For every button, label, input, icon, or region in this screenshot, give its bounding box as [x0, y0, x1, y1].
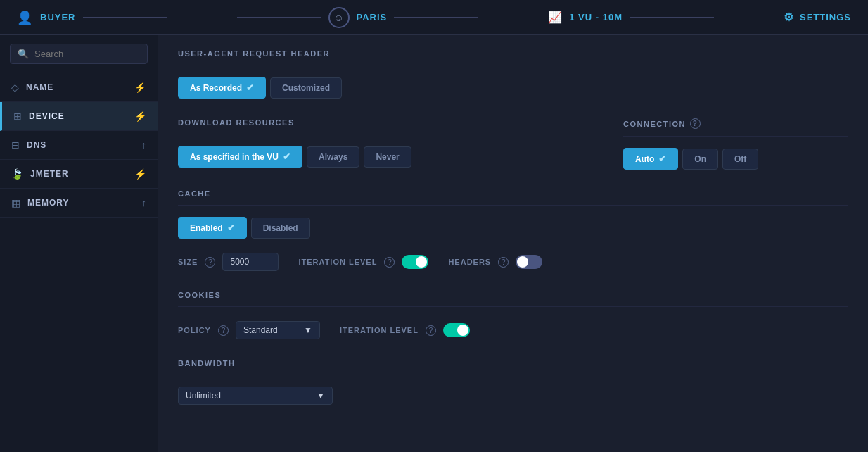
policy-select[interactable]: Standard ▼: [236, 321, 320, 339]
search-wrapper: 🔍: [0, 35, 158, 73]
cookies-section: COOKIES POLICY ? Standard ▼ ITERATION LE…: [178, 291, 848, 339]
btn-as-recorded[interactable]: As Recorded ✔: [178, 77, 266, 99]
download-btn-group: As specified in the VU ✔ Always Never: [178, 146, 609, 168]
policy-help-icon[interactable]: ?: [218, 325, 229, 336]
btn-off[interactable]: Off: [722, 149, 758, 170]
headers-toggle-knob: [517, 256, 528, 268]
btn-disabled-label: Disabled: [263, 223, 298, 233]
headers-label: HEADERS: [448, 258, 491, 266]
connection-panel: CONNECTION ? Auto ✔ On Off: [623, 118, 848, 189]
cookies-iteration-toggle[interactable]: [443, 323, 470, 337]
name-icon: ◇: [11, 82, 19, 93]
paris-label: PARIS: [357, 12, 388, 23]
btn-always[interactable]: Always: [307, 146, 359, 168]
download-resources-header: DOWNLOAD RESOURCES: [178, 118, 609, 134]
btn-on-label: On: [694, 154, 706, 164]
btn-as-specified[interactable]: As specified in the VU ✔: [178, 146, 302, 168]
btn-customized-label: Customized: [282, 83, 330, 93]
check-icon-specified: ✔: [283, 151, 291, 162]
bandwidth-section: BANDWIDTH Unlimited ▼: [178, 359, 848, 405]
cookies-iteration-help-icon[interactable]: ?: [426, 325, 436, 336]
dns-action-icon: ↑: [141, 139, 146, 151]
sidebar-item-device[interactable]: ⊞ DEVICE ⚡: [0, 102, 158, 131]
device-action-icon: ⚡: [134, 111, 146, 122]
bandwidth-select[interactable]: Unlimited ▼: [178, 387, 333, 405]
bandwidth-value: Unlimited: [186, 391, 221, 401]
cookies-form-row: POLICY ? Standard ▼ ITERATION LEVEL ?: [178, 321, 848, 339]
sidebar-item-device-label: DEVICE: [29, 111, 65, 121]
btn-as-recorded-label: As Recorded: [190, 83, 242, 93]
sidebar: 🔍 ◇ NAME ⚡ ⊞ DEVICE ⚡ ⊟: [0, 35, 158, 452]
connection-btn-group: Auto ✔ On Off: [623, 148, 848, 170]
nav-line-left: [83, 17, 167, 18]
btn-auto[interactable]: Auto ✔: [623, 148, 678, 170]
bandwidth-header: BANDWIDTH: [178, 359, 848, 375]
name-action-icon: ⚡: [134, 82, 146, 93]
cache-iteration-label: ITERATION LEVEL: [298, 258, 377, 266]
size-input[interactable]: [222, 253, 279, 271]
settings-button[interactable]: ⚙ SETTINGS: [784, 11, 851, 24]
btn-never-label: Never: [376, 152, 399, 162]
jmeter-action-icon: ⚡: [134, 168, 146, 180]
btn-enabled-label: Enabled: [190, 223, 223, 233]
cache-header: CACHE: [178, 189, 848, 206]
user-agent-section: USER-AGENT REQUEST HEADER As Recorded ✔ …: [178, 49, 848, 99]
nav-paris: ☺ PARIS: [237, 7, 479, 28]
nav-line-vu: [630, 17, 714, 18]
btn-disabled[interactable]: Disabled: [251, 218, 310, 239]
nav-vu: 📈 1 VU - 10M: [548, 11, 714, 24]
cookies-iteration-toggle-knob: [457, 325, 468, 336]
search-input[interactable]: [34, 49, 140, 59]
sidebar-item-dns[interactable]: ⊟ DNS ↑: [0, 131, 158, 160]
cache-section: CACHE Enabled ✔ Disabled SIZE ? ITERATIO…: [178, 189, 848, 271]
dns-icon: ⊟: [11, 139, 20, 151]
size-help-icon[interactable]: ?: [205, 257, 215, 268]
headers-help-icon[interactable]: ?: [498, 257, 509, 268]
jmeter-icon: 🍃: [11, 168, 23, 180]
sidebar-item-dns-label: DNS: [27, 140, 46, 150]
nav-buyer: 👤 BUYER: [17, 10, 167, 25]
btn-off-label: Off: [734, 154, 746, 164]
content-area: USER-AGENT REQUEST HEADER As Recorded ✔ …: [158, 35, 868, 452]
main-layout: 🔍 ◇ NAME ⚡ ⊞ DEVICE ⚡ ⊟: [0, 35, 868, 452]
btn-as-specified-label: As specified in the VU: [190, 152, 279, 162]
cache-form-row: SIZE ? ITERATION LEVEL ? HEADERS ?: [178, 253, 848, 271]
btn-on[interactable]: On: [682, 149, 718, 170]
vu-label: 1 VU - 10M: [569, 12, 623, 23]
bandwidth-chevron-icon: ▼: [317, 391, 325, 401]
download-resources-panel: DOWNLOAD RESOURCES As specified in the V…: [178, 118, 609, 189]
cookies-iteration-field: ITERATION LEVEL ?: [340, 323, 470, 337]
nav-line-right2: [394, 17, 478, 18]
policy-label: POLICY: [178, 326, 211, 334]
nav-line-right: [237, 17, 321, 18]
size-field: SIZE ?: [178, 253, 279, 271]
download-connection-row: DOWNLOAD RESOURCES As specified in the V…: [178, 118, 848, 189]
sidebar-item-name-label: NAME: [26, 82, 53, 92]
check-icon-enabled: ✔: [227, 222, 235, 233]
check-icon-auto: ✔: [658, 153, 666, 164]
btn-never[interactable]: Never: [364, 146, 411, 168]
sidebar-item-memory[interactable]: ▦ MEMORY ↑: [0, 189, 158, 218]
headers-toggle[interactable]: [516, 255, 542, 269]
sidebar-item-name[interactable]: ◇ NAME ⚡: [0, 73, 158, 102]
search-input-container[interactable]: 🔍: [10, 44, 148, 64]
nav-items: ◇ NAME ⚡ ⊞ DEVICE ⚡ ⊟ DNS ↑: [0, 73, 158, 218]
btn-enabled[interactable]: Enabled ✔: [178, 217, 247, 239]
connection-header-label: CONNECTION: [623, 120, 686, 128]
search-icon: 🔍: [18, 49, 29, 59]
connection-help-icon[interactable]: ?: [690, 118, 701, 129]
memory-action-icon: ↑: [141, 197, 146, 208]
size-label: SIZE: [178, 258, 198, 266]
btn-customized[interactable]: Customized: [270, 77, 342, 99]
cache-iteration-help-icon[interactable]: ?: [384, 257, 395, 268]
device-icon: ⊞: [13, 111, 22, 122]
policy-field: POLICY ? Standard ▼: [178, 321, 320, 339]
check-icon-recorded: ✔: [246, 82, 254, 93]
top-nav: 👤 BUYER ☺ PARIS 📈 1 VU - 10M ⚙ SETTINGS: [0, 0, 868, 35]
connection-header-row: CONNECTION ?: [623, 118, 848, 137]
cache-iteration-toggle[interactable]: [402, 255, 428, 269]
sidebar-item-memory-label: MEMORY: [27, 198, 70, 208]
sidebar-item-jmeter[interactable]: 🍃 JMETER ⚡: [0, 160, 158, 189]
paris-icon: ☺: [328, 7, 350, 28]
cache-iteration-toggle-knob: [416, 256, 427, 268]
